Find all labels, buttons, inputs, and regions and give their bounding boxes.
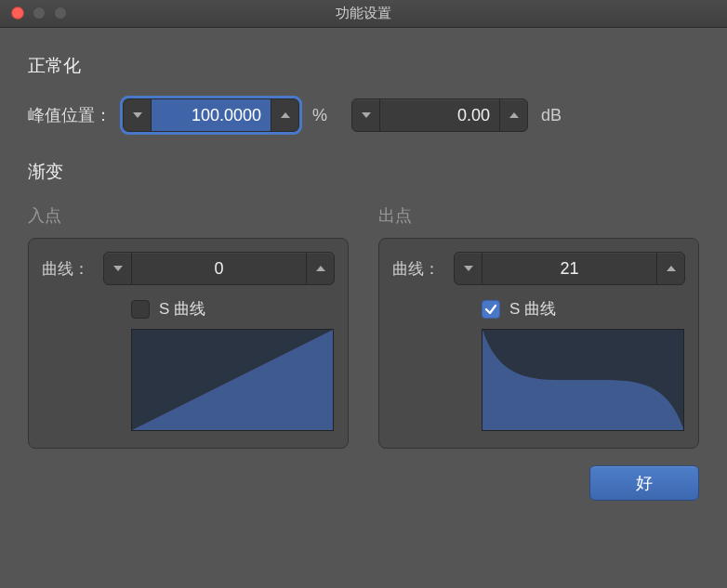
ok-button[interactable]: 好 — [589, 465, 699, 501]
normalize-heading: 正常化 — [28, 54, 699, 78]
peak-label: 峰值位置： — [28, 104, 112, 126]
zoom-icon — [54, 7, 67, 20]
chevron-down-icon[interactable] — [124, 99, 152, 131]
chevron-up-icon[interactable] — [499, 99, 527, 131]
titlebar: 功能设置 — [0, 0, 727, 28]
peak-percent-stepper[interactable]: 100.0000 — [123, 98, 299, 132]
peak-row: 峰值位置： 100.0000 % 0.00 dB — [28, 98, 699, 132]
fade-out-panel: 曲线： 21 — [378, 238, 699, 449]
chevron-up-icon[interactable] — [271, 99, 298, 131]
fade-in-curve-stepper[interactable]: 0 — [103, 252, 335, 285]
fade-heading: 渐变 — [28, 160, 699, 184]
peak-db-value[interactable]: 0.00 — [380, 99, 499, 131]
fade-in-heading: 入点 — [28, 204, 349, 227]
fade-in-curve-preview — [131, 329, 334, 431]
svg-marker-0 — [132, 330, 333, 430]
fade-in-column: 入点 曲线： 0 — [28, 204, 349, 449]
peak-db-stepper[interactable]: 0.00 — [351, 98, 528, 132]
chevron-down-icon[interactable] — [104, 253, 132, 284]
peak-percent-value[interactable]: 100.0000 — [152, 99, 271, 131]
chevron-down-icon[interactable] — [455, 253, 482, 284]
footer: 好 — [28, 449, 699, 501]
fade-out-curve-stepper[interactable]: 21 — [454, 252, 685, 285]
fade-out-column: 出点 曲线： 21 — [378, 204, 699, 449]
fade-columns: 入点 曲线： 0 — [28, 204, 699, 449]
db-unit: dB — [539, 106, 565, 125]
fade-in-curve-value[interactable]: 0 — [132, 253, 306, 284]
chevron-down-icon[interactable] — [352, 99, 380, 131]
fade-out-curve-value[interactable]: 21 — [482, 253, 656, 284]
fade-out-heading: 出点 — [378, 204, 699, 227]
percent-unit: % — [311, 106, 331, 125]
chevron-up-icon[interactable] — [306, 253, 334, 284]
fade-out-curve-preview — [482, 329, 684, 431]
close-icon[interactable] — [11, 7, 24, 20]
fade-out-scurve-checkbox[interactable] — [482, 300, 500, 319]
fade-out-curve-label: 曲线： — [392, 258, 444, 280]
fade-in-scurve-checkbox[interactable] — [131, 300, 150, 319]
minimize-icon — [33, 7, 46, 20]
chevron-up-icon[interactable] — [656, 253, 684, 284]
fade-in-scurve-label: S 曲线 — [159, 298, 205, 320]
fade-in-panel: 曲线： 0 — [28, 238, 349, 449]
fade-in-curve-label: 曲线： — [42, 258, 94, 280]
window-controls — [11, 7, 67, 20]
content-area: 正常化 峰值位置： 100.0000 % 0.00 — [0, 28, 727, 588]
fade-out-scurve-label: S 曲线 — [509, 298, 556, 320]
window-title: 功能设置 — [0, 5, 727, 22]
settings-window: 功能设置 正常化 峰值位置： 100.0000 % 0.00 — [0, 0, 727, 588]
